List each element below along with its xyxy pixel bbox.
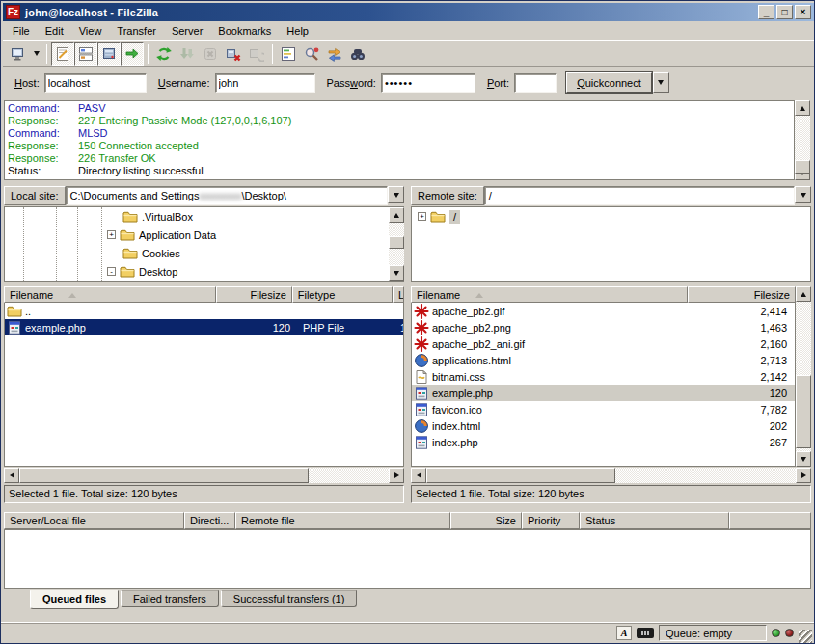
message-log[interactable]: Command:PASV Response:227 Entering Passi…: [4, 100, 795, 180]
red-led-icon: [785, 629, 794, 637]
local-site-dropdown[interactable]: [388, 186, 404, 203]
column-header-server-local-file[interactable]: Server/Local file: [4, 512, 184, 529]
port-input[interactable]: [514, 73, 557, 93]
menu-bookmarks[interactable]: Bookmarks: [210, 22, 279, 40]
file-row[interactable]: favicon.ico7,782: [412, 401, 795, 417]
process-queue-button[interactable]: [176, 42, 199, 66]
column-header-status[interactable]: Status: [580, 512, 729, 529]
file-row-selected[interactable]: example.php120: [412, 385, 795, 401]
column-header-filetype[interactable]: Filetype: [292, 286, 393, 303]
file-row-selected[interactable]: example.php 120 PHP File 1: [5, 319, 403, 335]
column-header-modified[interactable]: L: [393, 286, 404, 303]
column-header-filesize[interactable]: Filesize: [688, 286, 796, 303]
expand-icon[interactable]: +: [107, 230, 116, 239]
log-scrollbar[interactable]: [795, 100, 810, 180]
toggle-message-log-button[interactable]: [51, 42, 74, 66]
file-row-parent[interactable]: ..: [5, 303, 403, 319]
remote-list-hscrollbar[interactable]: [411, 468, 811, 483]
remote-file-list[interactable]: apache_pb2.gif2,414 apache_pb2.png1,463 …: [411, 303, 796, 467]
local-list-header: Filename Filesize Filetype L: [4, 286, 404, 303]
file-row[interactable]: apache_pb2.png1,463: [412, 319, 795, 335]
tree-item-virtualbox[interactable]: .VirtualBox: [5, 207, 403, 226]
tree-item-desktop[interactable]: - Desktop: [5, 262, 403, 281]
cancel-operation-button[interactable]: [199, 42, 222, 66]
scroll-down-button[interactable]: [389, 265, 404, 281]
maximize-button[interactable]: □: [776, 5, 793, 19]
menu-view[interactable]: View: [71, 22, 110, 40]
expand-icon[interactable]: +: [418, 212, 426, 221]
column-header-filename[interactable]: Filename: [4, 286, 216, 303]
resize-grip[interactable]: [799, 630, 812, 643]
file-row[interactable]: apache_pb2.gif2,414: [412, 303, 795, 319]
directory-comparison-button[interactable]: [300, 42, 323, 66]
site-manager-button[interactable]: [7, 42, 30, 66]
local-list-hscrollbar[interactable]: [4, 468, 404, 483]
column-header-priority[interactable]: Priority: [522, 512, 580, 529]
local-file-list[interactable]: .. example.php 120 PHP File 1: [4, 303, 404, 467]
queue-list[interactable]: [4, 529, 811, 589]
file-row[interactable]: applications.html2,713: [412, 352, 795, 368]
remote-site-dropdown[interactable]: [795, 186, 811, 203]
close-button[interactable]: ×: [795, 5, 811, 19]
quickconnect-dropdown[interactable]: [653, 72, 669, 93]
local-tree-scrollbar[interactable]: [389, 207, 404, 281]
refresh-button[interactable]: [152, 42, 176, 66]
tree-item-cookies[interactable]: Cookies: [5, 244, 403, 262]
menu-help[interactable]: Help: [279, 22, 316, 40]
file-row[interactable]: bitnami.css2,142: [412, 368, 795, 385]
tab-successful-transfers[interactable]: Successful transfers (1): [221, 590, 358, 607]
reconnect-button[interactable]: [245, 42, 268, 66]
tree-item-root[interactable]: + /: [412, 207, 810, 226]
scroll-right-button[interactable]: [389, 468, 404, 483]
column-header-direction[interactable]: Directi...: [184, 512, 235, 529]
password-input[interactable]: [381, 73, 475, 93]
file-row[interactable]: index.php267: [412, 434, 795, 450]
collapse-icon[interactable]: -: [107, 267, 116, 276]
scroll-thumb[interactable]: [795, 160, 810, 174]
directory-listing-filters-button[interactable]: [277, 42, 300, 66]
username-input[interactable]: [215, 73, 315, 93]
scroll-down-button[interactable]: [796, 451, 811, 467]
minimize-button[interactable]: _: [758, 5, 774, 19]
remote-list-vscrollbar[interactable]: [796, 286, 811, 467]
quickconnect-button[interactable]: Quickconnect: [566, 72, 652, 93]
find-files-button[interactable]: [346, 42, 369, 66]
scroll-left-button[interactable]: [4, 468, 19, 483]
menu-transfer[interactable]: Transfer: [109, 22, 164, 40]
menu-file[interactable]: File: [5, 22, 38, 40]
column-header-filename[interactable]: Filename: [411, 286, 688, 303]
column-header-filesize[interactable]: Filesize: [216, 286, 292, 303]
toggle-remote-tree-button[interactable]: [97, 42, 121, 66]
synchronized-browsing-button[interactable]: [323, 42, 346, 66]
file-row[interactable]: apache_pb2_ani.gif2,160: [412, 335, 795, 352]
scroll-thumb[interactable]: [19, 468, 309, 483]
host-input[interactable]: [44, 73, 147, 93]
menu-edit[interactable]: Edit: [38, 22, 71, 40]
scroll-thumb[interactable]: [796, 375, 811, 448]
toggle-transfer-queue-button[interactable]: [121, 42, 144, 66]
title-bar[interactable]: Fz john@localhost - FileZilla _ □ ×: [3, 3, 814, 21]
tab-failed-transfers[interactable]: Failed transfers: [121, 590, 219, 607]
speed-limits-icon[interactable]: [637, 628, 654, 638]
scroll-thumb[interactable]: [389, 236, 404, 249]
menu-server[interactable]: Server: [164, 22, 210, 40]
file-row[interactable]: index.html202: [412, 417, 795, 434]
scroll-up-button[interactable]: [795, 100, 810, 116]
tree-item-application-data[interactable]: + Application Data: [5, 226, 403, 244]
site-manager-dropdown[interactable]: [30, 43, 42, 65]
tab-queued-files[interactable]: Queued files: [30, 590, 119, 609]
scroll-thumb[interactable]: [426, 468, 615, 483]
remote-site-combobox[interactable]: /: [484, 186, 795, 205]
scroll-up-button[interactable]: [796, 286, 811, 302]
local-site-combobox[interactable]: C:\Documents and Settingsxxxxxxxx\Deskto…: [66, 186, 388, 205]
column-header-size[interactable]: Size: [450, 512, 522, 529]
scroll-right-button[interactable]: [796, 468, 811, 483]
scroll-left-button[interactable]: [411, 468, 426, 483]
scroll-up-button[interactable]: [389, 207, 404, 223]
column-header-remote-file[interactable]: Remote file: [235, 512, 450, 529]
remote-directory-tree[interactable]: + /: [411, 206, 811, 282]
local-directory-tree[interactable]: .VirtualBox + Application Data Cookies -…: [4, 206, 404, 282]
transfer-type-icon[interactable]: A: [616, 626, 632, 640]
disconnect-button[interactable]: [222, 42, 245, 66]
toggle-local-tree-button[interactable]: [74, 42, 97, 66]
